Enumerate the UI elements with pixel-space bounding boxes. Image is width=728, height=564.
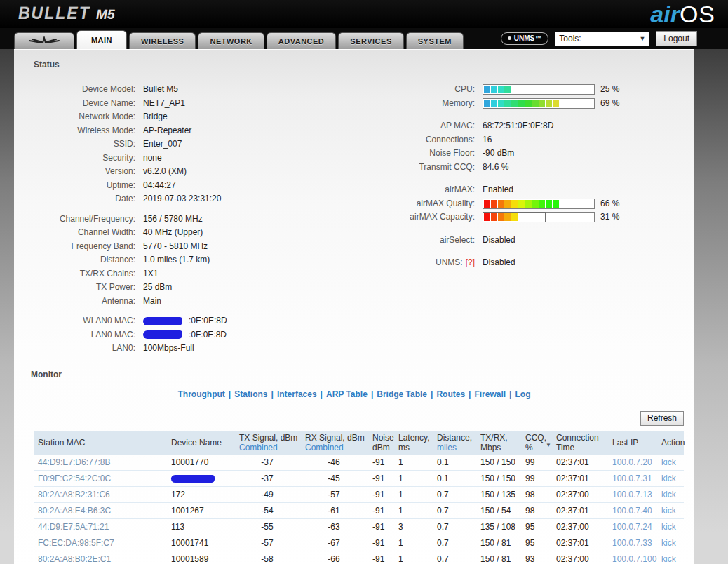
txrx-cell: 150 / 54: [476, 502, 521, 518]
device-logo: BULLET M5: [18, 4, 115, 23]
last-ip-link[interactable]: 100.0.7.100: [612, 554, 656, 564]
bar-segment: [484, 200, 490, 208]
bar-segment: [525, 100, 532, 107]
bar-segment: [587, 100, 593, 107]
last-ip-link[interactable]: 100.0.7.20: [612, 457, 652, 467]
kick-link[interactable]: kick: [661, 538, 676, 548]
tab-label: WIRELESS: [141, 37, 184, 46]
monitor-link-log[interactable]: Log: [515, 389, 530, 399]
status-value-text: 5770 - 5810 MHz: [143, 240, 208, 254]
bar-segment: [484, 213, 490, 221]
column-header-connection: ConnectionTime: [552, 431, 608, 455]
column-subheader-link-miles[interactable]: miles: [437, 443, 475, 452]
kick-link[interactable]: kick: [661, 457, 676, 467]
status-label-wireless-mode: Wireless Mode:: [14, 124, 143, 138]
help-link[interactable]: [?]: [466, 257, 475, 267]
bar-segment: [546, 213, 552, 221]
status-value: NET7_AP1: [143, 97, 185, 111]
status-row: LAN0 MAC::0F:0E:8D: [14, 328, 333, 342]
status-label-device-model: Device Model:: [14, 83, 143, 97]
kick-link[interactable]: kick: [661, 474, 676, 483]
column-header-line2: ms: [398, 443, 431, 452]
status-value-text: Enabled: [483, 183, 513, 197]
monitor-link-routes[interactable]: Routes: [436, 389, 465, 399]
tools-dropdown[interactable]: Tools: ▼: [555, 32, 649, 46]
status-value-text: 2019-07-03 23:31:20: [143, 192, 221, 206]
distance-cell: 0.7: [433, 518, 476, 535]
tab-services[interactable]: SERVICES: [338, 32, 403, 49]
last-ip-link[interactable]: 100.0.7.13: [612, 490, 652, 499]
column-subheader-link-combined[interactable]: Combined: [305, 443, 367, 452]
monitor-link-throughput[interactable]: Throughput: [178, 389, 225, 399]
status-row: UNMS:[?]Disabled: [333, 256, 694, 270]
status-value: Bridge: [143, 110, 168, 124]
station-mac-link[interactable]: F0:9F:C2:54:2C:0C: [38, 474, 111, 483]
status-row: Channel Width:40 MHz (Upper): [14, 226, 333, 240]
bar-segment: [525, 86, 532, 93]
column-header-station-mac: Station MAC: [34, 431, 167, 455]
tab-advanced[interactable]: ADVANCED: [267, 32, 337, 49]
rx-cell: -67: [301, 535, 368, 551]
status-value-text: Bridge: [143, 110, 168, 124]
tab-system[interactable]: SYSTEM: [406, 32, 464, 49]
monitor-link-firewall[interactable]: Firewall: [474, 389, 506, 399]
ccq-cell: 95: [521, 518, 552, 535]
station-mac-link[interactable]: 44:D9:E7:5A:71:21: [38, 522, 109, 532]
bar-segment: [546, 86, 552, 93]
status-label-frequency-band: Frequency Band:: [14, 240, 143, 254]
device-name-cell: 10001741: [167, 535, 235, 551]
column-header-ccq[interactable]: CCQ,%▼: [521, 431, 552, 455]
status-label-airmax-capacity: airMAX Capacity:: [333, 210, 483, 224]
kick-link[interactable]: kick: [661, 522, 676, 532]
progress-bar-airmax-quality: 66 %: [483, 197, 619, 211]
last-ip-link[interactable]: 100.0.7.33: [612, 538, 652, 548]
bar-segment: [518, 100, 525, 107]
last-ip-link[interactable]: 100.0.7.31: [612, 474, 652, 483]
refresh-button[interactable]: Refresh: [640, 411, 684, 426]
redaction-blob: [143, 317, 182, 325]
ccq-cell: 99: [521, 470, 552, 486]
monitor-link-stations[interactable]: Stations: [234, 389, 267, 399]
station-mac-link[interactable]: 80:2A:A8:B0:2E:C1: [38, 554, 111, 564]
status-value-text: 25 dBm: [143, 281, 172, 295]
unms-dot-icon: [508, 36, 511, 40]
station-mac-link[interactable]: 80:2A:A8:E4:B6:3C: [38, 506, 111, 516]
kick-link[interactable]: kick: [661, 506, 676, 516]
table-header-row: Station MACDevice NameTX Signal, dBmComb…: [34, 431, 684, 455]
tab-wireless[interactable]: WIRELESS: [129, 32, 196, 49]
logout-button[interactable]: Logout: [656, 31, 697, 46]
station-mac-link[interactable]: FC:EC:DA:98:5F:C7: [38, 538, 114, 548]
monitor-link-bridge-table[interactable]: Bridge Table: [377, 389, 427, 399]
status-value: Disabled: [483, 256, 515, 270]
status-value: none: [143, 152, 162, 166]
column-subheader-link-combined[interactable]: Combined: [239, 443, 299, 452]
status-value: v6.2.0 (XM): [143, 165, 187, 179]
status-label-airmax: airMAX:: [333, 183, 483, 197]
tab-logo[interactable]: [14, 32, 74, 49]
kick-link[interactable]: kick: [661, 490, 676, 499]
status-section-title: Status: [34, 60, 687, 72]
conn-time-cell: 02:37:00: [552, 551, 608, 564]
status-label-tx-rx-chains: TX/RX Chains:: [14, 267, 143, 281]
last-ip-link[interactable]: 100.0.7.24: [612, 522, 652, 532]
tab-network[interactable]: NETWORK: [198, 32, 264, 49]
status-row: Frequency Band:5770 - 5810 MHz: [14, 240, 333, 254]
action-cell: kick: [657, 535, 684, 551]
tools-dropdown-label: Tools:: [559, 34, 581, 43]
latency-cell: 1: [394, 502, 433, 518]
status-label-transmit-ccq: Transmit CCQ:: [333, 161, 483, 175]
sort-descending-icon[interactable]: ▼: [546, 441, 551, 450]
station-mac-link[interactable]: 80:2A:A8:B2:31:C6: [38, 490, 110, 499]
monitor-link-arp-table[interactable]: ARP Table: [326, 389, 368, 399]
kick-link[interactable]: kick: [661, 554, 676, 564]
unms-button[interactable]: UNMS™: [501, 32, 548, 45]
last-ip-link[interactable]: 100.0.7.40: [612, 506, 652, 516]
progress-percent: 31 %: [600, 210, 619, 224]
station-mac-link[interactable]: 44:D9:E7:D6:77:8B: [38, 457, 110, 467]
status-value-text: Main: [143, 295, 161, 309]
tab-main[interactable]: MAIN: [76, 30, 127, 49]
status-value-text: :0F:0E:8D: [189, 328, 227, 342]
column-header-line1: Connection: [556, 433, 607, 443]
monitor-link-interfaces[interactable]: Interfaces: [277, 389, 317, 399]
status-section: Device Model:Bullet M5Device Name:NET7_A…: [14, 72, 694, 366]
